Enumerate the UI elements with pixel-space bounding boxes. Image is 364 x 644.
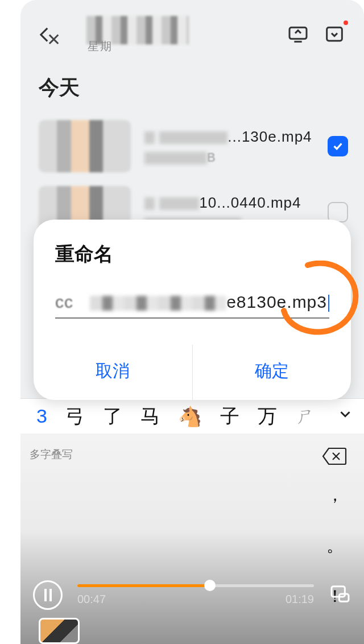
video-controls: 00:47 01:19 xyxy=(33,580,351,610)
ime-mode-hint: 多字叠写 xyxy=(30,447,73,462)
svg-rect-6 xyxy=(339,594,349,601)
text-caret xyxy=(328,295,329,312)
progress-bar[interactable]: 00:47 01:19 xyxy=(77,584,314,606)
svg-rect-5 xyxy=(332,587,345,597)
close-icon[interactable]: ✕ xyxy=(47,30,61,49)
expand-candidates-icon[interactable] xyxy=(330,405,361,427)
backspace-key[interactable] xyxy=(322,446,347,469)
input-blurred-part xyxy=(90,296,226,311)
progress-knob[interactable] xyxy=(204,580,216,591)
dialog-title: 重命名 xyxy=(34,237,351,284)
ime-candidate[interactable]: 子 xyxy=(211,403,249,430)
ime-candidate-bar: 3 弓 了 马 🐴 子 万 ㄕ xyxy=(20,398,364,434)
header: ✕ 星期 xyxy=(20,0,364,57)
ime-candidate[interactable]: 万 xyxy=(249,403,286,430)
pip-icon[interactable] xyxy=(329,583,351,608)
svg-rect-2 xyxy=(327,27,342,40)
file-subtitle: B xyxy=(144,150,314,165)
pause-button[interactable] xyxy=(33,580,63,610)
rename-dialog: 重命名 cc e8130e.mp3 取消 确定 xyxy=(34,220,351,400)
video-thumbnail xyxy=(39,120,131,172)
app-screen: ✕ 星期 今天 ...130e.mp4 B xyxy=(20,0,364,644)
file-name: 10...0440.mp4 xyxy=(144,194,314,212)
confirm-button[interactable]: 确定 xyxy=(192,345,351,400)
rename-input[interactable]: cc e8130e.mp3 xyxy=(55,292,329,319)
cast-icon[interactable] xyxy=(287,23,309,48)
ime-candidate[interactable]: 了 xyxy=(94,403,131,430)
file-name-suffix: ...130e.mp4 xyxy=(228,128,312,145)
download-list-icon[interactable] xyxy=(323,23,346,48)
file-row[interactable]: ...130e.mp4 B xyxy=(20,113,364,179)
file-meta: ...130e.mp4 B xyxy=(144,128,314,165)
time-total: 01:19 xyxy=(286,593,314,606)
checkbox-checked[interactable] xyxy=(328,136,348,156)
weekday-label: 星期 xyxy=(88,39,113,54)
section-title-today: 今天 xyxy=(20,57,364,113)
file-name: ...130e.mp4 xyxy=(144,128,314,146)
ime-candidate[interactable]: 🐴 xyxy=(169,405,211,428)
ime-candidate[interactable]: 3 xyxy=(27,405,56,427)
ime-candidate[interactable]: ㄕ xyxy=(286,403,324,430)
file-name-suffix: 10...0440.mp4 xyxy=(199,194,301,211)
ime-candidate[interactable]: 马 xyxy=(131,403,169,430)
cancel-button[interactable]: 取消 xyxy=(34,345,192,400)
notification-dot xyxy=(344,20,348,25)
dialog-buttons: 取消 确定 xyxy=(34,345,351,400)
ime-candidate[interactable]: 弓 xyxy=(56,403,94,430)
progress-fill xyxy=(77,584,210,587)
time-current: 00:47 xyxy=(77,593,106,606)
mini-thumbnail[interactable] xyxy=(39,618,80,644)
comma-key[interactable]: ， xyxy=(326,484,344,507)
